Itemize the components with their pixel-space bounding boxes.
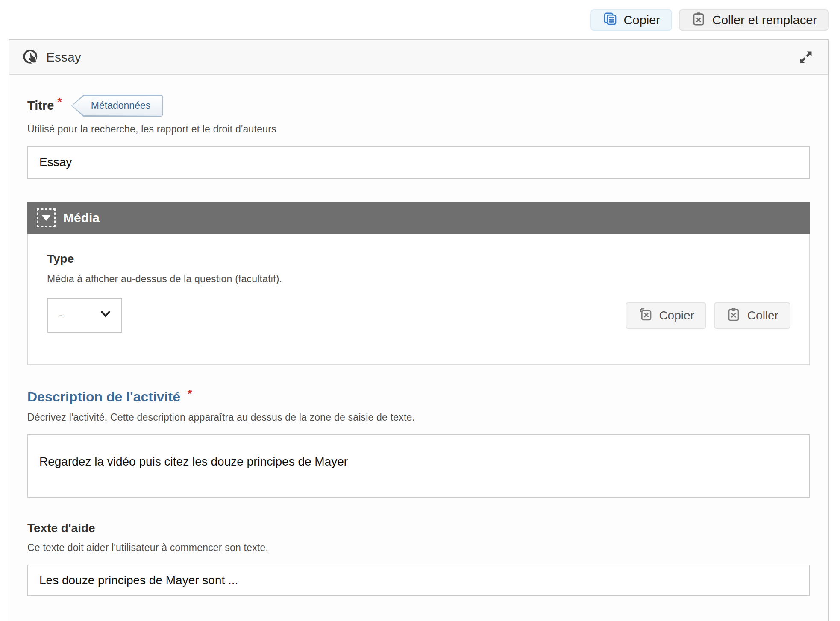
panel-body: Titre * Métadonnées Utilisé pour la rech… (9, 75, 828, 621)
top-toolbar: Copier Coller et remplacer (0, 0, 840, 39)
description-heading: Description de l'activité * (27, 389, 810, 405)
media-paste-button-label: Coller (747, 309, 778, 322)
clipboard-paste-icon (691, 11, 706, 29)
copy-icon (602, 11, 618, 29)
clipboard-paste-icon (726, 307, 741, 325)
media-type-help: Média à afficher au-dessus de la questio… (47, 273, 790, 285)
media-type-select-value: - (59, 308, 63, 322)
h5p-interactive-icon (22, 49, 39, 66)
media-copy-button-label: Copier (659, 309, 694, 322)
copy-button-label: Copier (624, 13, 660, 27)
paste-replace-button[interactable]: Coller et remplacer (679, 9, 829, 31)
essay-editor-panel: Essay Titre * Métadonnées Utilisé pour l… (9, 39, 829, 621)
copy-button[interactable]: Copier (590, 9, 672, 31)
title-label: Titre (27, 99, 54, 113)
chevron-down-icon (99, 308, 112, 323)
media-paste-button[interactable]: Coller (714, 302, 790, 329)
copy-disabled-icon (637, 307, 653, 325)
metadata-button-label: Métadonnées (72, 96, 162, 116)
panel-title: Essay (46, 50, 81, 64)
media-type-select[interactable]: - (47, 298, 122, 333)
help-text-help: Ce texte doit aider l'utilisateur à comm… (27, 542, 810, 554)
media-row: - (47, 298, 790, 333)
expand-icon[interactable] (796, 48, 815, 67)
title-input[interactable] (27, 146, 810, 179)
metadata-button[interactable]: Métadonnées (71, 95, 163, 117)
description-label: Description de l'activité (27, 389, 180, 404)
title-required-mark: * (57, 96, 62, 109)
collapse-toggle-icon (37, 208, 56, 227)
description-help-text: Décrivez l'activité. Cette description a… (27, 412, 810, 423)
title-help-text: Utilisé pour la recherche, les rapport e… (27, 123, 810, 135)
help-text-input[interactable] (27, 565, 810, 596)
paste-replace-button-label: Coller et remplacer (712, 13, 817, 27)
media-copy-button[interactable]: Copier (626, 302, 706, 329)
media-buttons: Copier Coller (626, 298, 790, 329)
description-input[interactable]: Regardez la vidéo puis citez les douze p… (27, 434, 810, 498)
media-group: Média Type Média à afficher au-dessus de… (27, 202, 810, 365)
description-required-mark: * (188, 387, 192, 400)
title-label-row: Titre * Métadonnées (27, 95, 810, 117)
help-text-label: Texte d'aide (27, 521, 810, 535)
media-group-title: Média (63, 211, 100, 225)
media-type-label: Type (47, 252, 790, 266)
media-group-header[interactable]: Média (27, 202, 810, 234)
panel-header: Essay (9, 40, 828, 75)
media-group-body: Type Média à afficher au-dessus de la qu… (27, 234, 810, 365)
